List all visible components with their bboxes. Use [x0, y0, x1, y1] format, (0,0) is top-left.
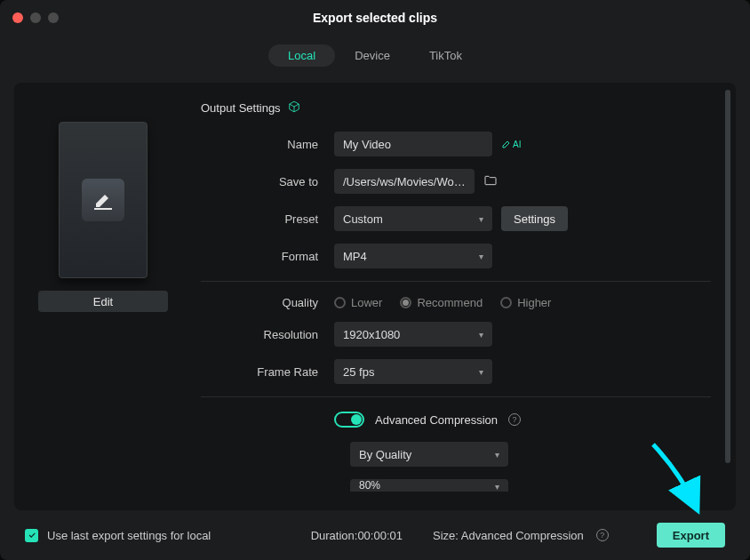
quality-recommend-radio[interactable]: Recommend: [400, 296, 483, 309]
resolution-label: Resolution: [201, 328, 334, 341]
help-icon[interactable]: ?: [596, 529, 609, 541]
close-window-button[interactable]: [12, 12, 23, 23]
help-icon[interactable]: ?: [508, 413, 521, 426]
pencil-icon: [82, 179, 124, 221]
preset-settings-button[interactable]: Settings: [501, 206, 568, 231]
chevron-down-icon: ▾: [479, 330, 483, 340]
chevron-down-icon: ▾: [479, 367, 483, 377]
saveto-input[interactable]: /Users/ws/Movies/Wonder: [334, 169, 475, 194]
quality-lower-radio[interactable]: Lower: [334, 296, 382, 309]
use-last-settings-checkbox[interactable]: [25, 529, 38, 542]
quality-label: Quality: [201, 296, 334, 309]
format-label: Format: [201, 250, 334, 263]
preset-label: Preset: [201, 212, 334, 226]
resolution-select[interactable]: 1920x1080 ▾: [334, 322, 492, 347]
browse-folder-button[interactable]: [483, 173, 498, 190]
window-title: Export selected clips: [0, 11, 750, 25]
chevron-down-icon: ▾: [479, 214, 483, 224]
framerate-select[interactable]: 25 fps ▾: [334, 359, 492, 384]
chevron-down-icon: ▾: [479, 252, 483, 261]
ai-rename-button[interactable]: AI: [501, 139, 521, 149]
output-settings-title: Output Settings: [201, 101, 281, 115]
quality-higher-radio[interactable]: Higher: [500, 296, 551, 309]
scrollbar[interactable]: [725, 90, 730, 463]
chevron-down-icon: ▾: [495, 482, 499, 492]
tab-tiktok[interactable]: TikTok: [410, 44, 482, 67]
saveto-label: Save to: [201, 175, 334, 188]
size-label: Size: Advanced Compression: [433, 529, 584, 542]
compression-mode-select[interactable]: By Quality ▾: [350, 442, 508, 467]
use-last-settings-label: Use last export settings for local: [47, 529, 211, 542]
divider: [201, 281, 711, 282]
cube-icon: [288, 100, 300, 116]
chevron-down-icon: ▾: [495, 450, 499, 460]
minimize-window-button[interactable]: [30, 12, 41, 23]
format-select[interactable]: MP4 ▾: [334, 244, 492, 268]
name-input[interactable]: My Video: [334, 132, 492, 156]
export-button[interactable]: Export: [657, 523, 725, 548]
tab-local[interactable]: Local: [268, 44, 335, 67]
advanced-compression-toggle[interactable]: [334, 412, 364, 428]
maximize-window-button[interactable]: [48, 12, 59, 23]
video-thumbnail: [59, 122, 148, 278]
preset-select[interactable]: Custom ▾: [334, 206, 492, 231]
framerate-label: Frame Rate: [201, 365, 334, 379]
window-controls: [0, 12, 59, 23]
edit-button[interactable]: Edit: [38, 291, 168, 312]
compression-percent-select[interactable]: 80% ▾: [350, 479, 508, 492]
tab-device[interactable]: Device: [335, 44, 410, 67]
duration-label: Duration:00:00:01: [311, 529, 403, 542]
advanced-compression-label: Advanced Compression: [375, 413, 498, 427]
name-label: Name: [201, 138, 334, 151]
divider: [201, 396, 711, 397]
